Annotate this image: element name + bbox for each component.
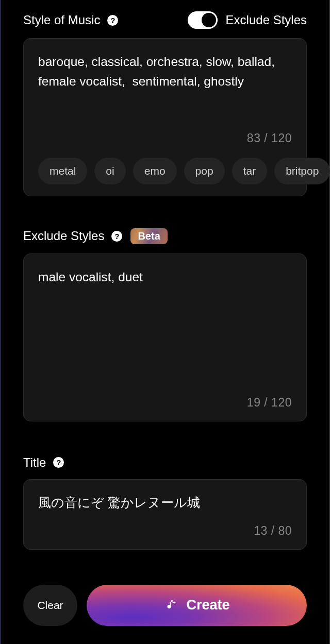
chip-britpop[interactable]: britpop <box>274 158 330 184</box>
exclude-header: Exclude Styles ? Beta <box>23 228 307 244</box>
exclude-counter: 19 / 120 <box>38 396 292 410</box>
style-input-text[interactable]: baroque, classical, orchestra, slow, bal… <box>38 52 292 91</box>
exclude-input-card[interactable]: male vocalist, duet 19 / 120 <box>23 253 307 421</box>
help-icon[interactable]: ? <box>107 15 118 26</box>
help-icon[interactable]: ? <box>111 231 122 242</box>
title-label: Title <box>23 455 46 470</box>
chip-emo[interactable]: emo <box>133 158 177 184</box>
beta-badge: Beta <box>130 228 167 244</box>
style-counter: 83 / 120 <box>38 131 292 145</box>
create-button[interactable]: Create <box>87 585 307 626</box>
exclude-toggle[interactable] <box>188 11 218 29</box>
style-label: Style of Music <box>23 13 100 27</box>
exclude-input-text[interactable]: male vocalist, duet <box>38 267 292 287</box>
help-icon[interactable]: ? <box>53 457 64 468</box>
title-counter: 13 / 80 <box>38 524 292 538</box>
toggle-knob <box>202 13 216 27</box>
music-sparkle-icon <box>163 599 177 612</box>
create-button-label: Create <box>186 597 229 613</box>
style-header: Style of Music ? Exclude Styles <box>23 11 307 29</box>
chip-metal[interactable]: metal <box>38 158 87 184</box>
title-input-card[interactable]: 風の音にぞ 驚かレヌール城 13 / 80 <box>23 479 307 550</box>
chip-oi[interactable]: oi <box>94 158 125 184</box>
exclude-toggle-label: Exclude Styles <box>226 13 307 27</box>
style-input-card[interactable]: baroque, classical, orchestra, slow, bal… <box>23 38 307 196</box>
title-header: Title ? <box>23 455 307 470</box>
title-input-text[interactable]: 風の音にぞ 驚かレヌール城 <box>38 493 292 513</box>
clear-button[interactable]: Clear <box>23 585 77 626</box>
footer-actions: Clear Create <box>23 585 307 626</box>
style-suggestion-chips: metal oi emo pop tar britpop <box>38 158 292 184</box>
chip-pop[interactable]: pop <box>184 158 225 184</box>
chip-tar[interactable]: tar <box>232 158 268 184</box>
exclude-label: Exclude Styles <box>23 229 104 243</box>
